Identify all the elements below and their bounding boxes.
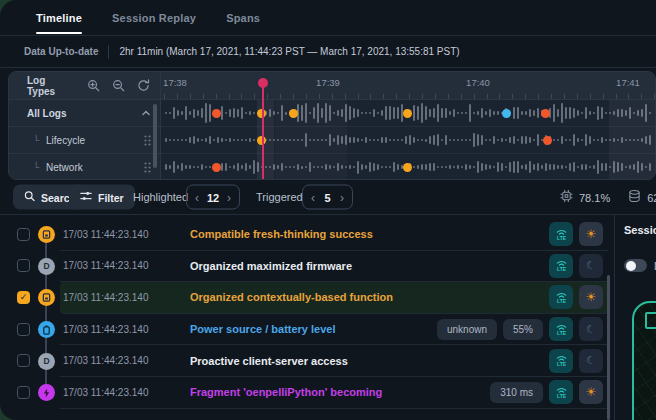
row-badges: unknown55%LTE☾ bbox=[437, 317, 603, 341]
log-list-scrollbar[interactable] bbox=[607, 275, 610, 420]
zoom-out-icon[interactable] bbox=[112, 79, 125, 92]
log-row[interactable]: 17/03 11:44:23.140Power source / battery… bbox=[0, 314, 614, 346]
row-checkbox[interactable]: ✓ bbox=[17, 291, 30, 304]
log-marker[interactable] bbox=[289, 109, 298, 118]
log-message: Fragment 'oenpelliPython' becoming bbox=[190, 386, 490, 398]
log-marker[interactable] bbox=[541, 109, 550, 118]
lte-network-icon[interactable]: LTE bbox=[549, 349, 573, 373]
moon-dark-mode-icon[interactable]: ☾ bbox=[579, 349, 603, 373]
time-range-label: 2hr 11min (March 17, 2021, 11:44:23 PST … bbox=[119, 46, 459, 57]
tabs: TimelineSession ReplaySpans bbox=[36, 0, 260, 35]
row-checkbox[interactable] bbox=[17, 323, 30, 336]
log-type-label: All Logs bbox=[27, 108, 66, 119]
waveform-track-lifecycle[interactable] bbox=[161, 127, 655, 154]
sun-brightness-icon[interactable]: ☀ bbox=[579, 285, 603, 309]
collapse-chevron-icon[interactable] bbox=[141, 108, 151, 118]
row-badges: LTE☾ bbox=[549, 254, 603, 278]
highlighted-stepper: ‹ 12 › bbox=[186, 185, 240, 210]
log-marker[interactable] bbox=[212, 109, 221, 118]
drag-handle-icon[interactable] bbox=[144, 162, 151, 173]
zoom-in-icon[interactable] bbox=[87, 79, 100, 92]
log-type-row-all-logs[interactable]: All Logs bbox=[9, 100, 160, 127]
triggered-stepper: ‹ 5 › bbox=[302, 185, 353, 210]
moon-dark-mode-icon[interactable]: ☾ bbox=[579, 254, 603, 278]
log-type-row-network[interactable]: └Network bbox=[9, 154, 160, 180]
row-badges: LTE☀ bbox=[549, 222, 603, 246]
time-tick-label: 17:40 bbox=[466, 77, 490, 88]
storage-metric: 62.3% bbox=[628, 190, 656, 205]
svg-text:LTE: LTE bbox=[557, 299, 567, 304]
log-row[interactable]: ✓17/03 11:44:23.140Organized contextuall… bbox=[0, 282, 614, 314]
log-row-content: 17/03 11:44:23.140Compatible fresh-think… bbox=[60, 219, 608, 251]
sun-brightness-icon[interactable]: ☀ bbox=[579, 380, 603, 404]
triggered-prev-button[interactable]: ‹ bbox=[311, 191, 315, 203]
row-checkbox[interactable] bbox=[17, 228, 30, 241]
sim-card-icon bbox=[38, 226, 55, 243]
log-types-column: Log Types All Logs└Lifecycle└Network bbox=[9, 72, 161, 179]
highlighted-count: 12 bbox=[201, 191, 225, 203]
row-badges: 310 msLTE☀ bbox=[490, 380, 603, 404]
value-badge: 310 ms bbox=[490, 382, 543, 403]
log-marker[interactable] bbox=[502, 109, 511, 118]
branch-icon: └ bbox=[33, 162, 39, 173]
playhead-line[interactable] bbox=[262, 80, 264, 179]
drag-handle-icon[interactable] bbox=[144, 135, 151, 146]
refresh-icon[interactable] bbox=[137, 79, 150, 92]
cpu-value: 78.1% bbox=[579, 191, 610, 203]
log-timestamp: 17/03 11:44:23.140 bbox=[63, 229, 190, 240]
playhead-handle[interactable] bbox=[258, 78, 268, 88]
tab-timeline[interactable]: Timeline bbox=[36, 0, 82, 35]
session-panel: Session Da bbox=[614, 215, 656, 420]
lte-network-icon[interactable]: LTE bbox=[549, 254, 573, 278]
log-row[interactable]: D17/03 11:44:23.140Organized maximized f… bbox=[0, 251, 614, 283]
waveform-track-all-logs[interactable] bbox=[161, 100, 655, 127]
device-preview-frame[interactable] bbox=[632, 301, 656, 420]
tab-session-replay[interactable]: Session Replay bbox=[112, 0, 196, 35]
lte-network-icon[interactable]: LTE bbox=[549, 285, 573, 309]
svg-text:LTE: LTE bbox=[557, 394, 567, 399]
triggered-next-button[interactable]: › bbox=[340, 191, 344, 203]
log-types-header: Log Types bbox=[9, 72, 160, 100]
log-marker[interactable] bbox=[403, 109, 412, 118]
device-screen-element bbox=[645, 312, 656, 329]
log-marker[interactable] bbox=[257, 136, 266, 145]
time-tick-label: 17:38 bbox=[163, 77, 187, 88]
row-checkbox[interactable] bbox=[17, 259, 30, 272]
lte-network-icon[interactable]: LTE bbox=[549, 317, 573, 341]
battery-icon bbox=[38, 321, 55, 338]
debug-icon: D bbox=[38, 258, 55, 275]
lte-network-icon[interactable]: LTE bbox=[549, 380, 573, 404]
log-row-content: 17/03 11:44:23.140Organized contextually… bbox=[60, 282, 608, 314]
log-marker[interactable] bbox=[212, 163, 221, 172]
lte-network-icon[interactable]: LTE bbox=[549, 222, 573, 246]
moon-dark-mode-icon[interactable]: ☾ bbox=[579, 317, 603, 341]
time-tick-label: 17:39 bbox=[316, 77, 340, 88]
sun-brightness-icon[interactable]: ☀ bbox=[579, 222, 603, 246]
log-type-row-lifecycle[interactable]: └Lifecycle bbox=[9, 127, 160, 154]
log-row[interactable]: 17/03 11:44:23.140Compatible fresh-think… bbox=[0, 219, 614, 251]
waveform-track-network[interactable] bbox=[161, 154, 655, 180]
row-checkbox[interactable] bbox=[17, 354, 30, 367]
log-row[interactable]: D17/03 11:44:23.140Proactive client-serv… bbox=[0, 345, 614, 377]
session-toggle[interactable] bbox=[624, 259, 647, 272]
log-row[interactable]: 17/03 11:44:23.140Fragment 'oenpelliPyth… bbox=[0, 377, 614, 409]
filter-bar: Search Filter Highlighted ‹ 12 › Trigger… bbox=[0, 180, 656, 215]
highlighted-label: Highlighted bbox=[133, 191, 188, 203]
value-badge: unknown bbox=[437, 319, 497, 340]
log-timestamp: 17/03 11:44:23.140 bbox=[63, 387, 190, 398]
highlighted-next-button[interactable]: › bbox=[227, 191, 231, 203]
info-bar-separator bbox=[108, 45, 109, 59]
log-message: Compatible fresh-thinking success bbox=[190, 228, 549, 240]
tab-spans[interactable]: Spans bbox=[226, 0, 260, 35]
log-list: 17/03 11:44:23.140Compatible fresh-think… bbox=[0, 215, 614, 420]
highlighted-prev-button[interactable]: ‹ bbox=[195, 191, 199, 203]
log-types-scrollbar[interactable] bbox=[153, 104, 157, 168]
svg-text:LTE: LTE bbox=[557, 362, 567, 367]
svg-text:LTE: LTE bbox=[557, 331, 567, 336]
data-status-label: Data Up-to-date bbox=[24, 46, 98, 57]
log-marker[interactable] bbox=[543, 136, 552, 145]
log-marker[interactable] bbox=[257, 109, 266, 118]
row-checkbox[interactable] bbox=[17, 386, 30, 399]
log-marker[interactable] bbox=[403, 163, 412, 172]
filter-button[interactable]: Filter bbox=[69, 185, 135, 210]
